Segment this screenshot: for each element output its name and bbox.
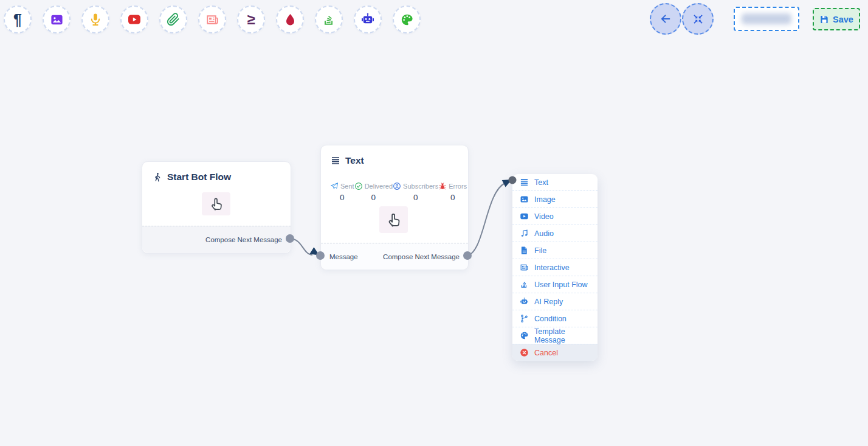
toolbar-button-drip[interactable] — [276, 5, 304, 33]
hand-pointer-icon[interactable] — [379, 206, 408, 233]
menu-item-interactive[interactable]: Interactive — [512, 259, 598, 276]
toolbar-button-ai-reply[interactable] — [354, 5, 382, 33]
connector-dot-text-output[interactable] — [463, 251, 472, 260]
menu-item-file[interactable]: File — [512, 242, 598, 259]
palette-icon — [400, 13, 414, 27]
stat-value: 0 — [393, 193, 438, 202]
toolbar-button-interactive[interactable] — [198, 5, 226, 33]
newspaper-icon — [205, 13, 219, 27]
branch-icon — [520, 314, 529, 323]
newspaper-icon — [520, 263, 529, 272]
stat-subscribers: Subscribers 0 — [393, 182, 438, 202]
fit-view-button[interactable] — [682, 3, 714, 35]
toolbar-button-image[interactable] — [43, 5, 71, 33]
output-label-compose-next-message: Compose Next Message — [205, 236, 282, 243]
stat-value: 0 — [438, 193, 467, 202]
walking-person-icon — [152, 172, 162, 183]
connector-dot-start-output[interactable] — [286, 234, 294, 243]
floppy-disk-icon — [819, 15, 829, 24]
robot-icon — [360, 12, 375, 27]
pilcrow-icon: ¶ — [13, 12, 22, 27]
save-button[interactable]: Save — [813, 8, 860, 30]
node-stats: Sent 0 Delivered 0 Subscribers 0 Errors … — [321, 182, 468, 202]
music-note-icon — [520, 229, 529, 238]
user-circle-icon — [393, 182, 401, 190]
greater-equal-icon: ≥ — [247, 12, 255, 27]
image-icon — [520, 195, 529, 204]
stack-icon — [520, 280, 529, 289]
flow-name-input[interactable] — [734, 7, 799, 31]
input-label-message: Message — [329, 253, 358, 260]
video-icon — [520, 212, 529, 221]
file-icon — [520, 246, 529, 255]
menu-item-ai-reply[interactable]: AI Reply — [512, 293, 598, 310]
add-node-menu: Text Image Video Audio File Interactive … — [512, 174, 598, 361]
redacted-text — [742, 13, 791, 24]
microphone-icon — [88, 12, 103, 27]
back-button[interactable] — [650, 3, 681, 35]
toolbar-button-file[interactable] — [159, 5, 187, 33]
toolbar-button-template-message[interactable] — [393, 5, 421, 33]
toolbar-button-user-input-flow[interactable] — [315, 5, 343, 33]
menu-item-cancel[interactable]: Cancel — [512, 344, 598, 361]
stat-label: Sent — [340, 183, 354, 190]
menu-item-text[interactable]: Text — [512, 174, 598, 190]
node-title-label: Start Bot Flow — [167, 172, 231, 183]
paper-plane-icon — [330, 182, 339, 190]
stat-errors: Errors 0 — [438, 182, 467, 202]
toolbar-button-condition[interactable]: ≥ — [237, 5, 265, 33]
stat-value: 0 — [330, 193, 354, 202]
back-arrow-icon — [659, 12, 672, 26]
toolbar-button-text[interactable]: ¶ — [4, 5, 32, 33]
toolbar-button-audio[interactable] — [81, 5, 109, 33]
cancel-icon — [520, 348, 529, 357]
stat-value: 0 — [354, 193, 393, 202]
node-text[interactable]: Text Sent 0 Delivered 0 Subscribers 0 Er… — [320, 145, 469, 270]
connector-dot-menu-anchor[interactable] — [509, 176, 517, 184]
node-title-label: Text — [345, 155, 364, 166]
palette-icon — [520, 331, 529, 340]
toolbar-button-video[interactable] — [120, 5, 148, 33]
bug-icon — [438, 182, 447, 190]
save-button-label: Save — [833, 15, 853, 24]
droplet-icon — [283, 13, 297, 27]
compress-icon — [692, 13, 704, 26]
youtube-play-icon — [127, 12, 142, 27]
menu-item-condition[interactable]: Condition — [512, 310, 598, 327]
paperclip-icon — [167, 13, 180, 26]
check-circle-icon — [354, 182, 363, 190]
menu-item-template-message[interactable]: Template Message — [512, 327, 598, 344]
output-label-compose-next-message: Compose Next Message — [383, 253, 460, 260]
menu-item-user-input-flow[interactable]: User Input Flow — [512, 276, 598, 293]
node-start-bot-flow[interactable]: Start Bot Flow Compose Next Message — [142, 161, 291, 254]
image-icon — [50, 13, 64, 27]
stat-delivered: Delivered 0 — [354, 182, 393, 202]
menu-item-audio[interactable]: Audio — [512, 225, 598, 242]
hand-pointer-icon[interactable] — [202, 192, 230, 215]
robot-icon — [520, 297, 529, 306]
menu-item-video[interactable]: Video — [512, 207, 598, 225]
edge-text-to-menu — [467, 183, 505, 256]
stack-icon — [322, 13, 336, 27]
text-lines-icon — [331, 156, 340, 166]
stat-label: Delivered — [365, 183, 393, 190]
stat-sent: Sent 0 — [330, 182, 354, 202]
text-lines-icon — [520, 178, 529, 187]
menu-item-image[interactable]: Image — [512, 190, 598, 207]
connector-dot-text-input[interactable] — [316, 251, 325, 260]
stat-label: Errors — [449, 183, 467, 190]
stat-label: Subscribers — [403, 183, 438, 190]
